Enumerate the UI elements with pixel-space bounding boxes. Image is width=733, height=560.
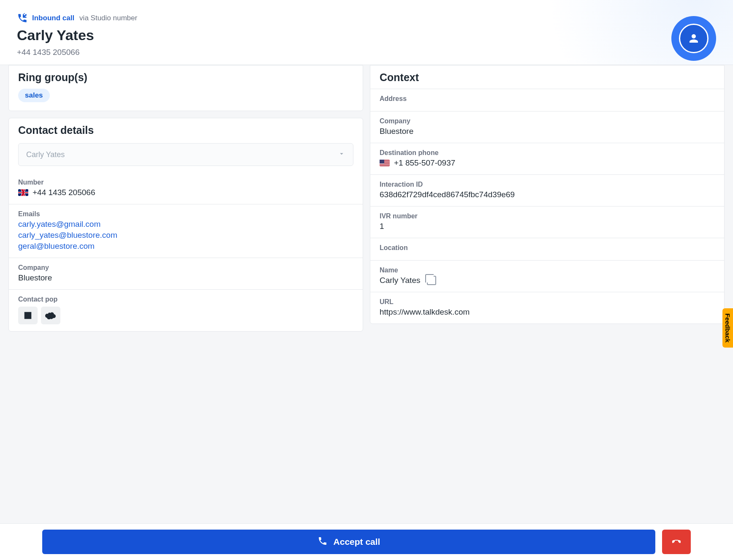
context-url-label: URL bbox=[380, 298, 715, 306]
contact-details-card: Contact details Carly Yates Number +44 1… bbox=[8, 118, 363, 332]
accept-call-button[interactable]: Accept call bbox=[42, 530, 655, 554]
call-type-label: Inbound call bbox=[32, 14, 74, 22]
context-name-label: Name bbox=[380, 266, 715, 274]
caller-phone: +44 1435 205066 bbox=[17, 48, 716, 57]
call-via-text: via Studio number bbox=[79, 14, 137, 22]
ring-groups-card: Ring group(s) sales bbox=[8, 65, 363, 111]
ring-group-chip-row: sales bbox=[9, 89, 363, 111]
caller-avatar-button[interactable] bbox=[671, 16, 716, 61]
call-action-footer: Accept call bbox=[0, 523, 733, 560]
context-dest-phone-label: Destination phone bbox=[380, 149, 715, 157]
context-company-value: Bluestore bbox=[380, 127, 715, 136]
contact-select-value: Carly Yates bbox=[26, 150, 65, 159]
inbound-call-icon bbox=[17, 13, 28, 24]
uk-flag-icon bbox=[18, 189, 28, 196]
email-link[interactable]: carly_yates@bluestore.com bbox=[18, 231, 353, 240]
context-dest-phone-block: Destination phone +1 855-507-0937 bbox=[370, 143, 724, 174]
context-interaction-id-value: 638d62f729df4ced86745fbc74d39e69 bbox=[380, 190, 715, 199]
context-name-value: Carly Yates bbox=[380, 276, 420, 285]
context-location-block: Location bbox=[370, 238, 724, 260]
phone-icon bbox=[318, 536, 328, 548]
context-title: Context bbox=[370, 65, 724, 89]
contact-company-label: Company bbox=[18, 264, 353, 272]
contact-emails-label: Emails bbox=[18, 210, 353, 218]
hangup-icon bbox=[670, 535, 683, 549]
context-card: Context Address Company Bluestore Destin… bbox=[370, 65, 725, 324]
contact-company-block: Company Bluestore bbox=[9, 258, 363, 289]
context-url-block: URL https://www.talkdesk.com bbox=[370, 292, 724, 323]
contact-pop-block: Contact pop bbox=[9, 289, 363, 331]
us-flag-icon bbox=[380, 160, 390, 166]
accept-call-label: Accept call bbox=[334, 537, 380, 547]
contact-select[interactable]: Carly Yates bbox=[18, 143, 353, 166]
call-type-row: Inbound call via Studio number bbox=[17, 13, 716, 24]
context-address-block: Address bbox=[370, 89, 724, 111]
contact-pop-label: Contact pop bbox=[18, 296, 353, 303]
feedback-tab[interactable]: Feedback bbox=[722, 308, 733, 348]
contact-details-title: Contact details bbox=[9, 118, 363, 141]
context-ivr-value: 1 bbox=[380, 222, 715, 231]
contact-number-label: Number bbox=[18, 179, 353, 186]
context-url-value: https://www.talkdesk.com bbox=[380, 307, 715, 317]
context-ivr-label: IVR number bbox=[380, 212, 715, 220]
call-header: Inbound call via Studio number Carly Yat… bbox=[0, 0, 733, 65]
context-location-label: Location bbox=[380, 244, 715, 252]
contact-company-value: Bluestore bbox=[18, 273, 353, 283]
context-dest-phone-value: +1 855-507-0937 bbox=[394, 158, 455, 168]
email-link[interactable]: carly.yates@gmail.com bbox=[18, 220, 353, 229]
context-name-block: Name Carly Yates bbox=[370, 260, 724, 292]
context-company-block: Company Bluestore bbox=[370, 111, 724, 143]
context-ivr-block: IVR number 1 bbox=[370, 206, 724, 238]
contact-emails-block: Emails carly.yates@gmail.com carly_yates… bbox=[9, 204, 363, 258]
caller-name: Carly Yates bbox=[17, 27, 716, 43]
contact-pop-crm-button[interactable] bbox=[18, 307, 38, 324]
contact-number-block: Number +44 1435 205066 bbox=[9, 173, 363, 204]
ring-groups-title: Ring group(s) bbox=[9, 65, 363, 89]
contact-number-value: +44 1435 205066 bbox=[33, 188, 95, 197]
contact-pop-salesforce-button[interactable] bbox=[41, 307, 60, 324]
salesforce-cloud-icon bbox=[45, 312, 56, 319]
person-icon bbox=[679, 24, 709, 53]
context-address-label: Address bbox=[380, 95, 715, 103]
context-interaction-id-label: Interaction ID bbox=[380, 181, 715, 188]
context-interaction-id-block: Interaction ID 638d62f729df4ced86745fbc7… bbox=[370, 174, 724, 206]
reject-call-button[interactable] bbox=[662, 530, 691, 554]
contact-card-icon bbox=[23, 311, 33, 320]
ring-group-chip[interactable]: sales bbox=[18, 89, 50, 102]
copy-icon[interactable] bbox=[427, 276, 436, 285]
chevron-down-icon bbox=[338, 150, 345, 160]
context-company-label: Company bbox=[380, 117, 715, 125]
email-link[interactable]: geral@bluestore.com bbox=[18, 242, 353, 251]
